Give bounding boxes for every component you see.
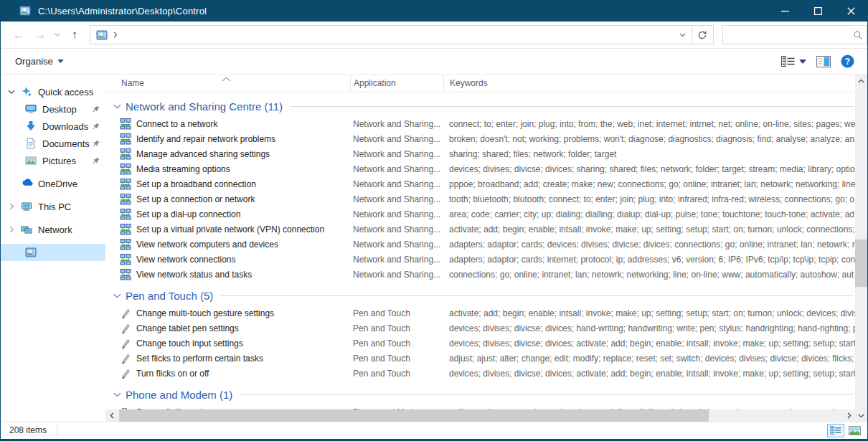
- list-item[interactable]: Set up a dial-up connectionNetwork and S…: [105, 207, 855, 222]
- window-controls: [768, 0, 867, 22]
- list-item[interactable]: Set up a connection or networkNetwork an…: [105, 191, 855, 207]
- sidebar-item-network[interactable]: Network: [1, 221, 105, 238]
- group-item-count: 1: [223, 389, 229, 401]
- forward-button[interactable]: →: [31, 26, 49, 44]
- horizontal-scroll-track[interactable]: [118, 409, 843, 422]
- minimize-button[interactable]: [768, 0, 801, 22]
- change-view-button[interactable]: [781, 56, 806, 67]
- column-header-keywords[interactable]: Keywords: [443, 75, 855, 92]
- sidebar-item-quick-access[interactable]: Quick access: [1, 83, 105, 100]
- documents-icon: [25, 138, 37, 149]
- item-application: Pen and Touch: [350, 321, 443, 336]
- preview-pane-icon: [816, 56, 831, 67]
- address-dropdown-icon[interactable]: [679, 31, 689, 39]
- scroll-down-icon[interactable]: [855, 409, 867, 422]
- maximize-button[interactable]: [801, 0, 834, 22]
- organise-button[interactable]: Organise: [15, 56, 64, 67]
- list-item[interactable]: Change touch input settingsPen and Touch…: [105, 336, 855, 351]
- search-icon[interactable]: [849, 30, 867, 40]
- group-title: Pen and Touch (5): [126, 290, 213, 302]
- sidebar-item-desktop[interactable]: Desktop: [1, 100, 105, 118]
- group-collapse-icon[interactable]: [113, 293, 121, 298]
- item-count: 208 items: [9, 425, 47, 435]
- item-keywords: devices; divises; divicse; divices; acti…: [443, 336, 855, 351]
- item-keywords: tooth; bluetooth; blutooth; connect; to;…: [443, 191, 855, 207]
- list-item[interactable]: Identify and repair network problemsNetw…: [105, 131, 855, 146]
- item-keywords: adjust; ajust; alter; change; edit; modi…: [443, 351, 855, 366]
- item-keywords: calling; calls; area; code; carrier; cit…: [443, 404, 855, 409]
- search-input[interactable]: [723, 26, 849, 44]
- recent-locations-chevron-icon[interactable]: [52, 26, 62, 44]
- vertical-scrollbar[interactable]: [855, 75, 867, 422]
- sidebar-item-control-panel[interactable]: [1, 244, 105, 261]
- item-name: Set up a connection or network: [136, 194, 255, 204]
- sidebar-item-this-pc[interactable]: This PC: [1, 198, 105, 215]
- item-name: Turn flicks on or off: [136, 369, 209, 379]
- network-item-icon: [120, 269, 131, 280]
- group-collapse-icon[interactable]: [113, 392, 121, 397]
- list-item[interactable]: Connect to a networkNetwork and Sharing.…: [105, 116, 855, 131]
- breadcrumb-chevron-icon[interactable]: [113, 31, 118, 39]
- horizontal-scrollbar[interactable]: [105, 409, 855, 422]
- item-name: Set up a virtual private network (VPN) c…: [136, 224, 324, 234]
- list-item[interactable]: View network status and tasksNetwork and…: [105, 267, 855, 282]
- control-panel-icon: [19, 5, 31, 16]
- thumbnails-view-toggle[interactable]: [846, 424, 863, 437]
- onedrive-icon: [21, 178, 32, 189]
- help-button[interactable]: ?: [841, 54, 854, 68]
- item-name: Set up a broadband connection: [136, 179, 256, 189]
- network-icon: [21, 224, 32, 235]
- list-item[interactable]: Change tablet pen settingsPen and Touchd…: [105, 321, 855, 336]
- group-header-network-and-sharing-centre[interactable]: Network and Sharing Centre (11): [105, 97, 855, 116]
- vertical-scroll-track[interactable]: [855, 87, 867, 409]
- column-header-application[interactable]: Application: [350, 75, 443, 92]
- preview-pane-button[interactable]: [816, 56, 831, 67]
- list-item[interactable]: View network computers and devicesNetwor…: [105, 237, 855, 252]
- up-button[interactable]: ↑: [65, 26, 84, 44]
- item-name-cell: Media streaming options: [105, 161, 350, 176]
- group-title-text: Pen and Touch: [126, 290, 197, 302]
- chevron-right-icon[interactable]: [6, 226, 16, 233]
- list-item[interactable]: Set up a broadband connectionNetwork and…: [105, 176, 855, 191]
- sidebar-item-pictures[interactable]: Pictures: [1, 152, 105, 169]
- address-location-icon: [96, 29, 108, 41]
- details-view-toggle[interactable]: [827, 424, 844, 437]
- chevron-down-icon[interactable]: [6, 90, 16, 95]
- list-item[interactable]: Change multi-touch gesture settingsPen a…: [105, 305, 855, 321]
- group-header-pen-and-touch[interactable]: Pen and Touch (5): [105, 286, 855, 305]
- vertical-scroll-thumb[interactable]: [855, 240, 867, 287]
- group-header-phone-and-modem[interactable]: Phone and Modem (1): [105, 385, 855, 404]
- pen-item-icon: [120, 353, 131, 364]
- scroll-left-icon[interactable]: [105, 409, 118, 422]
- sidebar-item-downloads[interactable]: Downloads: [1, 118, 105, 135]
- close-button[interactable]: [834, 0, 867, 22]
- chevron-right-icon[interactable]: [6, 203, 16, 210]
- item-name: View network connections: [136, 255, 236, 265]
- list-item[interactable]: Manage advanced sharing settingsNetwork …: [105, 146, 855, 161]
- scroll-up-icon[interactable]: [855, 75, 867, 87]
- navigation-bar: ← → ↑: [1, 22, 867, 49]
- list-item[interactable]: Turn flicks on or offPen and Touchdevice…: [105, 366, 855, 381]
- item-name-cell: Manage advanced sharing settings: [105, 146, 350, 161]
- group-collapse-icon[interactable]: [113, 104, 121, 109]
- details-view-icon: [781, 56, 795, 67]
- sidebar-item-onedrive[interactable]: OneDrive: [1, 175, 105, 192]
- sidebar-item-documents[interactable]: Documents: [1, 135, 105, 152]
- list-item[interactable]: Set up dialling rulesPhone and Modemcall…: [105, 404, 855, 409]
- item-name: View network computers and devices: [136, 240, 278, 250]
- pen-item-icon: [120, 368, 131, 379]
- list-item[interactable]: Set flicks to perform certain tasksPen a…: [105, 351, 855, 366]
- network-item-icon: [120, 118, 131, 130]
- address-bar[interactable]: [90, 25, 692, 44]
- item-application: Pen and Touch: [350, 366, 443, 381]
- list-item[interactable]: Set up a virtual private network (VPN) c…: [105, 222, 855, 237]
- back-button[interactable]: ←: [9, 26, 28, 44]
- sort-ascending-icon[interactable]: [222, 74, 231, 84]
- horizontal-scroll-thumb[interactable]: [119, 409, 709, 422]
- desktop-icon: [25, 103, 37, 115]
- refresh-button[interactable]: [692, 25, 714, 44]
- list-item[interactable]: View network connectionsNetwork and Shar…: [105, 252, 855, 267]
- list-item[interactable]: Media streaming optionsNetwork and Shari…: [105, 161, 855, 176]
- scroll-right-icon[interactable]: [843, 409, 855, 422]
- item-keywords: pppoe; broadband; add; create; make; new…: [443, 176, 855, 191]
